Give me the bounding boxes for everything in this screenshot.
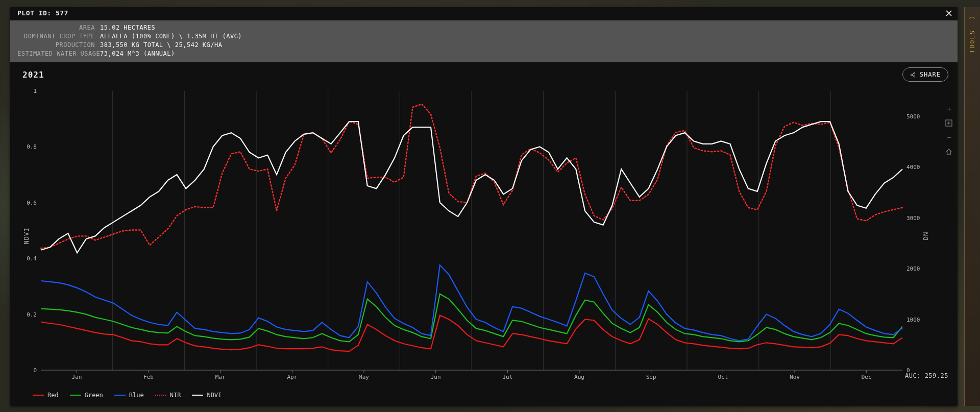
auc-readout: AUC: 259.25: [905, 372, 948, 379]
svg-text:Aug: Aug: [574, 374, 584, 380]
svg-text:May: May: [359, 374, 369, 380]
close-icon[interactable]: [944, 9, 953, 18]
svg-text:0.8: 0.8: [27, 143, 37, 150]
svg-text:0: 0: [33, 367, 37, 374]
svg-point-1: [914, 72, 915, 74]
svg-point-0: [911, 74, 912, 76]
chart-year: 2021: [22, 70, 44, 80]
chart-tool-column: ＋ －: [944, 104, 953, 156]
svg-text:Apr: Apr: [287, 374, 297, 380]
legend-swatch-nir: [155, 395, 166, 396]
info-label-area: Area: [17, 23, 100, 32]
svg-text:Jan: Jan: [71, 374, 82, 380]
legend-item-ndvi[interactable]: NDVI: [192, 392, 222, 399]
tools-rail[interactable]: ︿ TOOLS: [964, 7, 980, 406]
legend-item-nir[interactable]: NIR: [155, 392, 181, 399]
svg-text:Nov: Nov: [790, 374, 800, 380]
info-label-production: Production: [17, 41, 100, 50]
svg-text:Oct: Oct: [718, 374, 728, 380]
chevron-up-icon: ︿: [969, 12, 976, 21]
legend-swatch-red: [33, 395, 44, 396]
chart-area: NDVI DN 00.20.40.60.81010002000300040005…: [21, 89, 927, 382]
legend-item-red[interactable]: Red: [33, 392, 59, 399]
info-value-water: 73,024 m^3 (Annual): [100, 50, 175, 58]
legend-swatch-ndvi: [192, 395, 203, 396]
svg-text:1000: 1000: [906, 317, 920, 323]
info-value-crop: Alfalfa (100% Conf) \ 1.35m HT (Avg): [100, 32, 242, 41]
tools-rail-label: TOOLS: [969, 30, 976, 53]
svg-text:0.2: 0.2: [27, 311, 37, 318]
legend-swatch-blue: [114, 395, 126, 396]
svg-text:Jul: Jul: [502, 374, 512, 380]
svg-text:3000: 3000: [906, 215, 920, 222]
svg-text:5000: 5000: [906, 113, 920, 120]
chart-legend: Red Green Blue NIR NDVI: [33, 392, 222, 399]
info-value-production: 383,550 kg Total \ 25,542 kg/ha: [100, 41, 222, 50]
info-block: Area15.02 Hectares Dominant Crop TypeAlf…: [10, 20, 958, 62]
legend-item-blue[interactable]: Blue: [114, 392, 144, 399]
svg-text:Dec: Dec: [862, 374, 872, 380]
share-label: SHARE: [920, 71, 941, 78]
svg-point-2: [914, 76, 915, 77]
panel-title: PLOT ID: 577: [17, 8, 68, 18]
info-value-area: 15.02 Hectares: [100, 23, 155, 32]
svg-text:Feb: Feb: [143, 374, 154, 380]
info-label-water: Estimated Water Usage: [17, 50, 100, 58]
svg-text:4000: 4000: [906, 164, 920, 171]
svg-text:Sep: Sep: [646, 374, 656, 380]
home-icon[interactable]: [944, 147, 953, 156]
zoom-box-icon[interactable]: [944, 118, 953, 128]
svg-text:0.6: 0.6: [27, 200, 37, 206]
svg-text:0.4: 0.4: [27, 255, 37, 262]
share-icon: [910, 72, 916, 78]
legend-item-green[interactable]: Green: [70, 392, 103, 399]
zoom-out-icon[interactable]: －: [944, 133, 953, 142]
svg-text:2000: 2000: [906, 265, 920, 272]
svg-text:Jun: Jun: [431, 374, 441, 380]
svg-text:1: 1: [33, 89, 37, 94]
legend-swatch-green: [70, 395, 81, 396]
share-button[interactable]: SHARE: [902, 67, 948, 82]
zoom-in-icon[interactable]: ＋: [944, 104, 953, 113]
info-label-crop: Dominant Crop Type: [17, 32, 100, 41]
plot-panel: PLOT ID: 577 Area15.02 Hectares Dominant…: [10, 7, 958, 406]
svg-text:Mar: Mar: [215, 374, 226, 380]
